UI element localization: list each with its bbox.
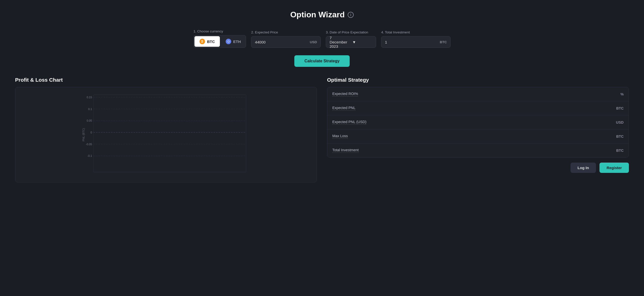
total-investment-strategy-label: Total Investment xyxy=(332,148,359,153)
svg-rect-13 xyxy=(94,95,246,172)
total-investment-suffix: BTC xyxy=(436,40,450,44)
date-label: 3. Date of Price Expectation xyxy=(326,30,376,34)
currency-label: 1. Choose currency xyxy=(193,29,246,33)
strategy-section: Optimal Strategy Expected ROI% % Expecte… xyxy=(327,77,629,182)
pnl-value: BTC xyxy=(616,106,624,110)
pnl-chart: PNL (BTC) 0.15 0.1 0.05 0 -0.05 xyxy=(20,92,312,177)
expected-price-control-group: 2. Expected Price USD xyxy=(251,30,321,48)
eth-icon: ⬡ xyxy=(226,39,231,44)
expected-price-input[interactable] xyxy=(251,37,306,47)
pnl-row: Expected PNL BTC xyxy=(327,101,629,115)
chart-section: Profit & Loss Chart PNL (BTC) 0.15 0.1 0… xyxy=(15,77,317,182)
roi-row: Expected ROI% % xyxy=(327,87,629,101)
roi-value: % xyxy=(620,92,624,96)
date-select[interactable]: 7 December 2023 ▼ xyxy=(326,36,376,48)
date-value: 7 December 2023 xyxy=(330,36,350,48)
svg-text:PNL (BTC): PNL (BTC) xyxy=(82,128,85,141)
pnl-usd-value: USD xyxy=(616,120,624,124)
currency-control-group: 1. Choose currency ₿ BTC ⬡ ETH xyxy=(193,29,246,48)
eth-button[interactable]: ⬡ ETH xyxy=(221,35,246,47)
page-header: Option Wizard i xyxy=(15,10,629,19)
roi-label: Expected ROI% xyxy=(332,92,358,96)
expected-price-input-wrapper: USD xyxy=(251,36,321,48)
svg-text:0.1: 0.1 xyxy=(88,108,92,111)
btc-button[interactable]: ₿ BTC xyxy=(194,36,220,47)
total-investment-input[interactable] xyxy=(381,37,436,47)
date-control-group: 3. Date of Price Expectation 7 December … xyxy=(326,30,376,48)
btc-icon: ₿ xyxy=(199,39,205,44)
chart-container: PNL (BTC) 0.15 0.1 0.05 0 -0.05 xyxy=(15,87,317,182)
max-loss-value: BTC xyxy=(616,134,624,138)
svg-text:0: 0 xyxy=(91,131,92,134)
total-investment-strategy-value: BTC xyxy=(616,149,624,153)
svg-text:-0.1: -0.1 xyxy=(87,154,92,157)
total-investment-control-group: 4. Total Investment BTC xyxy=(381,30,451,48)
max-loss-label: Max Loss xyxy=(332,134,348,139)
chevron-down-icon: ▼ xyxy=(352,40,372,44)
register-button[interactable]: Register xyxy=(599,163,629,173)
info-icon[interactable]: i xyxy=(348,12,354,18)
svg-text:-0.05: -0.05 xyxy=(86,143,92,146)
total-investment-input-wrapper: BTC xyxy=(381,36,451,48)
currency-selector: ₿ BTC ⬡ ETH xyxy=(193,35,246,48)
strategy-title: Optimal Strategy xyxy=(327,77,629,83)
svg-text:0.15: 0.15 xyxy=(87,96,92,99)
main-content: Profit & Loss Chart PNL (BTC) 0.15 0.1 0… xyxy=(15,77,629,182)
max-loss-row: Max Loss BTC xyxy=(327,129,629,143)
chart-title: Profit & Loss Chart xyxy=(15,77,317,83)
login-button[interactable]: Log In xyxy=(571,163,596,173)
total-investment-row: Total Investment BTC xyxy=(327,143,629,157)
calculate-strategy-button[interactable]: Calculate Strategy xyxy=(294,55,350,67)
action-buttons: Log In Register xyxy=(327,163,629,173)
expected-price-suffix: USD xyxy=(306,40,320,44)
total-investment-label: 4. Total Investment xyxy=(381,30,451,34)
pnl-label: Expected PNL xyxy=(332,106,355,111)
wizard-controls: 1. Choose currency ₿ BTC ⬡ ETH 2. Expect… xyxy=(15,29,629,48)
page-title: Option Wizard xyxy=(290,10,345,19)
pnl-usd-row: Expected PNL (USD) USD xyxy=(327,115,629,129)
strategy-rows: Expected ROI% % Expected PNL BTC Expecte… xyxy=(327,87,629,158)
svg-text:0.05: 0.05 xyxy=(87,119,92,122)
pnl-usd-label: Expected PNL (USD) xyxy=(332,120,366,125)
expected-price-label: 2. Expected Price xyxy=(251,30,321,34)
